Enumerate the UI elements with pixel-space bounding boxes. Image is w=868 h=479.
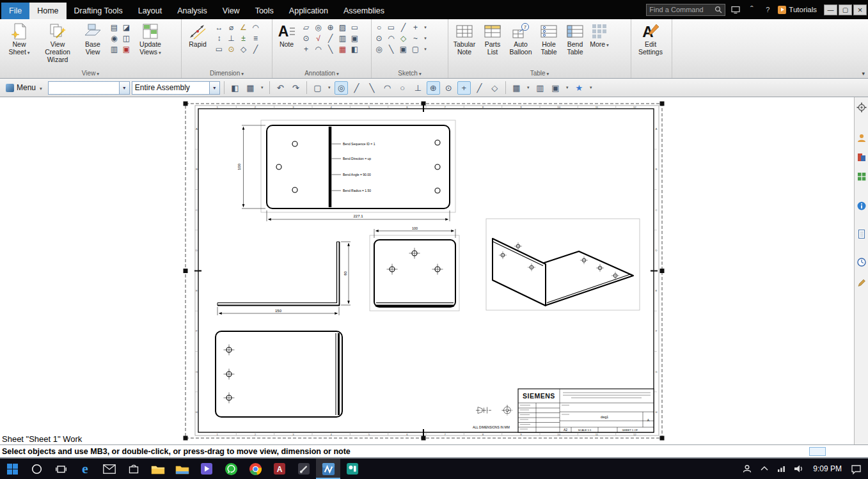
- worksheet-icon[interactable]: [533, 81, 547, 95]
- bend-note[interactable]: Bend Radius = 1.50: [343, 189, 371, 192]
- tab-analysis[interactable]: Analysis: [170, 3, 215, 19]
- tab-application[interactable]: Application: [281, 3, 336, 19]
- chamfer-dimension-icon[interactable]: [237, 33, 249, 43]
- centerline-icon[interactable]: [324, 33, 336, 43]
- taskbar-app-media-player[interactable]: [194, 459, 219, 479]
- line-tool-icon[interactable]: [397, 22, 409, 33]
- datum-feature-symbol-icon[interactable]: [349, 22, 361, 33]
- fillet-tool-icon[interactable]: [397, 43, 409, 54]
- spline-tool-icon[interactable]: [409, 33, 422, 43]
- taskbar-app-file-explorer[interactable]: [146, 459, 170, 479]
- title-block[interactable]: SIEMENS dwg1 A2 SCALE 1:1 SHEET 1 OF A: [518, 389, 654, 432]
- tab-tools[interactable]: Tools: [248, 3, 281, 19]
- tangent-snap-icon[interactable]: [473, 81, 486, 95]
- window-maximize-button[interactable]: [839, 4, 852, 15]
- center-snap-icon[interactable]: [427, 81, 440, 95]
- info-icon[interactable]: [856, 200, 867, 212]
- datum-dimension-icon[interactable]: [237, 43, 249, 54]
- polygon-tool-icon[interactable]: [397, 33, 409, 43]
- bend-note[interactable]: Bend Sequence ID = 1: [343, 142, 375, 146]
- measure-dropdown-icon[interactable]: [564, 82, 571, 93]
- taskbar-app-chrome[interactable]: [243, 459, 267, 479]
- center-mark-icon[interactable]: [300, 33, 312, 43]
- move-view-icon[interactable]: [274, 81, 287, 95]
- section-line-icon[interactable]: [108, 43, 120, 54]
- sketch-dropdown-icon[interactable]: [422, 22, 429, 33]
- measure-icon[interactable]: [549, 81, 562, 95]
- flat-pattern-view[interactable]: Bend Sequence ID = 1 Bend Direction = up…: [237, 120, 455, 221]
- update-views-button[interactable]: Update Views: [133, 20, 168, 57]
- chamfer-tool-icon[interactable]: [409, 43, 422, 54]
- smart-highlight-icon[interactable]: [572, 81, 586, 95]
- tab-assemblies[interactable]: Assemblies: [336, 3, 392, 19]
- network-icon[interactable]: [773, 464, 790, 474]
- snap-grid-dropdown-icon[interactable]: [259, 82, 265, 93]
- window-close-button[interactable]: [853, 4, 867, 15]
- taskbar-app-edge[interactable]: e: [73, 459, 97, 479]
- point-tool-icon[interactable]: [409, 22, 422, 33]
- note-button[interactable]: A Note: [274, 20, 299, 49]
- break-view-icon[interactable]: [120, 33, 132, 43]
- detail-view-icon[interactable]: [108, 33, 120, 43]
- general-selection-filter-icon[interactable]: [335, 81, 348, 95]
- tutorials-link[interactable]: Tutorials: [778, 6, 817, 14]
- clock[interactable]: 9:09 PM: [807, 464, 848, 473]
- cue-options-button[interactable]: [809, 447, 826, 456]
- point-snap-icon[interactable]: [442, 81, 455, 95]
- angular-dimension-icon[interactable]: [237, 22, 249, 33]
- ordinate-dimension-icon[interactable]: [249, 33, 262, 43]
- taskbar-app-documents[interactable]: [170, 459, 194, 479]
- people-icon[interactable]: [738, 464, 755, 474]
- image-icon[interactable]: [349, 33, 361, 43]
- gc-toolbox-icon[interactable]: [510, 81, 523, 95]
- circle-tool-icon[interactable]: [373, 22, 385, 33]
- group-label-dimension[interactable]: Dimension: [183, 68, 271, 78]
- command-finder-input[interactable]: Find a Command: [646, 4, 725, 16]
- layers-icon[interactable]: [856, 171, 867, 182]
- datum-target-icon[interactable]: [312, 22, 324, 33]
- circle-center-tool-icon[interactable]: [373, 33, 385, 43]
- chevron-up-icon[interactable]: [755, 464, 773, 474]
- rectangle-tool-icon[interactable]: [385, 22, 397, 33]
- chevron-down-icon[interactable]: [119, 82, 129, 94]
- taskbar-app-teal[interactable]: [340, 459, 365, 479]
- drawing-sheet-svg[interactable]: 112233445566778899101011111212AABBCCDDEE…: [0, 97, 854, 444]
- parts-list-button[interactable]: Parts List: [480, 20, 505, 57]
- roles-icon[interactable]: [856, 132, 867, 144]
- slope-dimension-icon[interactable]: [249, 43, 262, 54]
- tab-layout[interactable]: Layout: [130, 3, 170, 19]
- ellipse-tool-icon[interactable]: [373, 43, 385, 54]
- area-fill-icon[interactable]: [349, 43, 361, 54]
- arc-snap-icon[interactable]: [381, 81, 394, 95]
- flat-pattern-outline[interactable]: [267, 125, 450, 208]
- snap-grid-icon[interactable]: [244, 81, 257, 95]
- copy-view-icon[interactable]: [289, 81, 303, 95]
- taskbar-app-store[interactable]: [122, 459, 146, 479]
- taskbar-app-mail[interactable]: [97, 459, 122, 479]
- base-view-button[interactable]: Base View: [78, 20, 107, 57]
- selection-filter-combo[interactable]: [48, 81, 130, 95]
- view-break-icon[interactable]: [120, 43, 132, 54]
- fullscreen-icon[interactable]: [730, 4, 741, 15]
- arc-tool-icon[interactable]: [385, 33, 397, 43]
- linear-dimension-icon[interactable]: [213, 22, 225, 33]
- radial-dimension-icon[interactable]: [225, 22, 237, 33]
- tabular-note-button[interactable]: Tabular Note: [450, 20, 479, 57]
- bottom-view[interactable]: [216, 331, 342, 417]
- thickness-dimension-icon[interactable]: [213, 43, 225, 54]
- taskbar-app-nx[interactable]: [316, 459, 340, 479]
- selection-scope-combo[interactable]: Entire Assembly: [132, 81, 220, 95]
- bend-note[interactable]: Bend Angle = 90.00: [343, 173, 371, 177]
- more-tools-dropdown-icon[interactable]: [588, 82, 594, 93]
- circle-snap-icon[interactable]: [396, 81, 409, 95]
- surface-finish-icon[interactable]: [312, 33, 324, 43]
- hole-table-button[interactable]: Hole Table: [536, 20, 562, 57]
- rapid-dimension-button[interactable]: Rapid: [183, 20, 212, 49]
- pencil-icon[interactable]: [856, 277, 867, 288]
- chevron-down-icon[interactable]: [209, 82, 219, 94]
- taskbar-app-utility[interactable]: [292, 459, 316, 479]
- ribbon-options-icon[interactable]: [862, 70, 865, 77]
- tab-drafting-tools[interactable]: Drafting Tools: [67, 3, 130, 19]
- palette-icon[interactable]: [856, 152, 867, 163]
- crosshatch-icon[interactable]: [336, 22, 349, 33]
